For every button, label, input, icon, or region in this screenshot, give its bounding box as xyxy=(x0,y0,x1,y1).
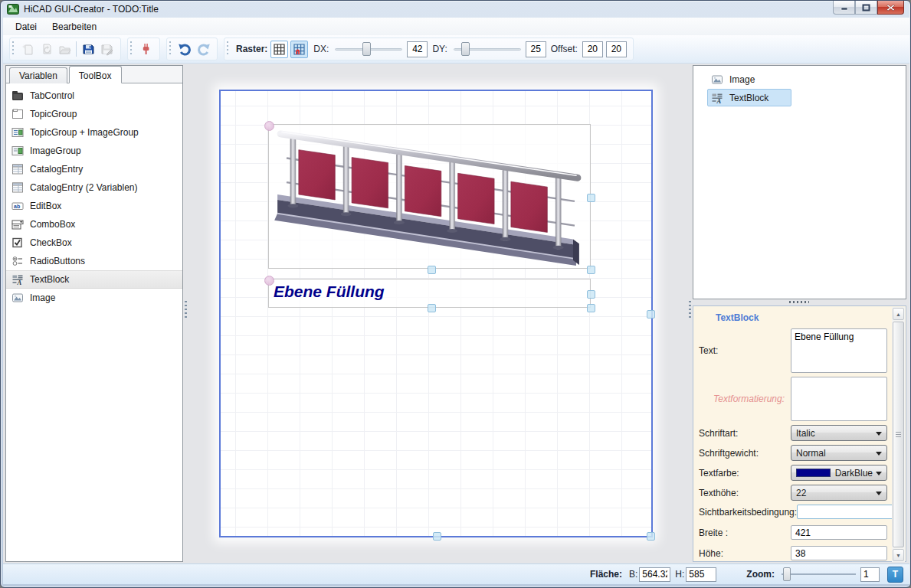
redo-button[interactable] xyxy=(194,40,212,58)
font-label: Schriftart: xyxy=(697,428,791,439)
toolbox-item-radiobuttons[interactable]: RadioButtons xyxy=(6,252,182,270)
text-mode-button[interactable]: T xyxy=(887,567,903,583)
toolbox-item-combobox[interactable]: ComboBox xyxy=(6,215,182,234)
weight-select-value: Normal xyxy=(796,448,826,459)
new-file-button[interactable] xyxy=(18,40,37,58)
toolbox-item-topicgroup-imagegroup[interactable]: TopicGroup + ImageGroup xyxy=(6,123,182,142)
chevron-down-icon xyxy=(876,492,882,495)
undo-button[interactable] xyxy=(175,40,194,58)
offset-y-input[interactable] xyxy=(606,41,627,57)
design-page[interactable]: Ebene Füllung xyxy=(219,90,653,537)
horizontal-splitter[interactable] xyxy=(789,301,809,303)
toolbar-grip[interactable] xyxy=(226,41,230,57)
textheight-select[interactable]: 22 xyxy=(791,485,887,501)
toolbox-item-label: CatalogEntry xyxy=(30,164,83,175)
toolbar: Raster: DX: DY: xyxy=(3,35,909,64)
undo-icon xyxy=(178,42,192,56)
canvas-image-control[interactable] xyxy=(268,124,591,269)
textformat-label: Textformatierung: xyxy=(697,394,791,404)
toolbox-item-catalogentry-2-variablen[interactable]: CatalogEntry (2 Variablen) xyxy=(6,178,182,197)
weight-select[interactable]: Normal xyxy=(791,445,887,461)
toolbox-item-label: TopicGroup xyxy=(30,109,77,119)
outline-panel: ImageATextBlock xyxy=(693,65,906,299)
dx-slider-thumb[interactable] xyxy=(362,42,371,56)
menu-item-datei[interactable]: Datei xyxy=(8,19,44,34)
pin-button[interactable] xyxy=(136,40,155,58)
toolbox-item-editbox[interactable]: abEditBox xyxy=(6,197,182,215)
left-splitter[interactable] xyxy=(185,301,187,318)
textblock-right-handle[interactable] xyxy=(587,290,595,299)
toolbox-item-image[interactable]: Image xyxy=(6,289,182,307)
toolbar-grip[interactable] xyxy=(169,41,172,57)
toolbox-item-textblock[interactable]: ATextBlock xyxy=(6,270,182,289)
close-icon xyxy=(886,4,895,11)
page-bottom-handle[interactable] xyxy=(433,532,441,541)
toolbox-item-catalogentry[interactable]: CatalogEntry xyxy=(6,160,182,178)
catalogentry-icon xyxy=(11,163,24,175)
svg-text:A: A xyxy=(716,97,722,104)
toolbox-item-checkbox[interactable]: CheckBox xyxy=(6,234,182,252)
width-input[interactable] xyxy=(791,525,887,540)
scroll-up-button[interactable]: ▲ xyxy=(893,308,904,320)
open-folder-button[interactable] xyxy=(55,40,74,58)
maximize-button[interactable] xyxy=(855,1,877,15)
area-width-input[interactable] xyxy=(639,567,670,582)
right-splitter[interactable] xyxy=(689,301,691,318)
textblock-bottom-handle[interactable] xyxy=(428,304,436,312)
zoom-slider-thumb[interactable] xyxy=(783,567,791,581)
color-select[interactable]: DarkBlue xyxy=(791,465,887,481)
dy-value-input[interactable] xyxy=(526,41,546,57)
save-as-button[interactable] xyxy=(97,40,116,58)
zoom-slider[interactable] xyxy=(782,567,856,582)
menu-item-bearbeiten[interactable]: Bearbeiten xyxy=(44,19,104,34)
textblock-topleft-handle[interactable] xyxy=(264,276,274,286)
toolbar-grip[interactable] xyxy=(11,41,15,57)
offset-x-input[interactable] xyxy=(582,41,603,57)
grid-snap-toggle-button[interactable] xyxy=(290,41,308,58)
toolbox-item-tabcontrol[interactable]: TabControl xyxy=(6,87,182,105)
toolbar-group-pin xyxy=(127,38,160,60)
textblock-icon: A xyxy=(711,92,723,104)
left-tabstrip: VariablenToolBox xyxy=(6,66,182,83)
image-bottomright-handle[interactable] xyxy=(587,266,595,274)
textblock-bottomright-handle[interactable] xyxy=(587,304,595,312)
font-select[interactable]: Italic xyxy=(791,425,887,441)
toolbox-item-topicgroup[interactable]: TopicGroup xyxy=(6,105,182,123)
tab-toolbox[interactable]: ToolBox xyxy=(69,66,122,83)
scrollbar-thumb[interactable] xyxy=(893,322,904,547)
zoom-value-input[interactable] xyxy=(860,567,880,582)
height-input[interactable] xyxy=(791,546,887,560)
toolbox-list: TabControlTopicGroupTopicGroup + ImageGr… xyxy=(6,83,182,307)
color-label: Textfarbe: xyxy=(697,468,791,479)
toolbar-grip[interactable] xyxy=(129,41,133,57)
outline-item-textblock[interactable]: ATextBlock xyxy=(707,89,791,106)
railing-image xyxy=(269,125,590,268)
toolbox-item-imagegroup[interactable]: ImageGroup xyxy=(6,142,182,160)
save-button[interactable] xyxy=(79,40,97,58)
page-right-handle[interactable] xyxy=(647,310,655,318)
tab-variablen[interactable]: Variablen xyxy=(9,67,67,83)
title-bar[interactable]: HiCAD GUI-Creator - TODO:Title xyxy=(1,1,910,18)
page-bottomright-handle[interactable] xyxy=(647,532,655,541)
close-button[interactable] xyxy=(877,1,904,15)
reload-file-button[interactable] xyxy=(37,40,55,58)
minimize-button[interactable] xyxy=(833,1,855,15)
color-select-value: DarkBlue xyxy=(835,468,873,479)
area-height-input[interactable] xyxy=(686,567,716,582)
text-input[interactable]: Ebene Füllung xyxy=(791,328,887,373)
visibility-input[interactable] xyxy=(797,505,893,519)
chevron-down-icon xyxy=(876,432,882,436)
dy-slider[interactable] xyxy=(454,41,521,57)
image-bottom-handle[interactable] xyxy=(428,266,436,274)
textformat-input[interactable] xyxy=(791,377,887,421)
dy-slider-thumb[interactable] xyxy=(461,42,470,56)
outline-item-image[interactable]: Image xyxy=(707,70,791,88)
dx-value-input[interactable] xyxy=(407,41,428,57)
image-topleft-handle[interactable] xyxy=(264,121,274,131)
image-right-handle[interactable] xyxy=(587,194,595,202)
properties-scrollbar[interactable]: ▲ ▼ xyxy=(892,307,905,562)
scroll-down-button[interactable]: ▼ xyxy=(893,549,904,561)
status-bar: Fläche: B: H: Zoom: T xyxy=(3,564,909,584)
dx-slider[interactable] xyxy=(335,41,402,57)
grid-toggle-button[interactable] xyxy=(270,41,288,58)
